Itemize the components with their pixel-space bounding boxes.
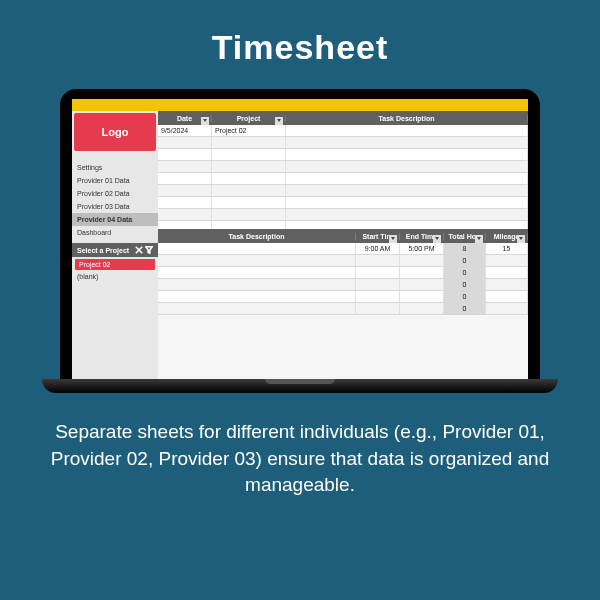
cell-project[interactable] — [212, 149, 286, 160]
clear-filter-icon[interactable] — [135, 246, 143, 254]
col-end-time[interactable]: End Time — [400, 233, 444, 240]
dropdown-icon[interactable] — [433, 235, 441, 243]
table-row[interactable] — [158, 137, 528, 149]
cell-desc[interactable] — [158, 243, 356, 254]
table-row[interactable] — [158, 173, 528, 185]
cell-date[interactable] — [158, 137, 212, 148]
project-option-selected[interactable]: Project 02 — [75, 259, 155, 270]
col-start-time[interactable]: Start Tim — [356, 233, 400, 240]
cell-desc[interactable] — [158, 291, 356, 302]
col-date[interactable]: Date — [158, 115, 212, 122]
cell-start[interactable] — [356, 303, 400, 314]
cell-desc[interactable] — [286, 209, 528, 220]
cell-project[interactable] — [212, 173, 286, 184]
sidebar-item-settings[interactable]: Settings — [72, 161, 158, 174]
cell-project[interactable] — [212, 209, 286, 220]
cell-hours[interactable]: 0 — [444, 291, 486, 302]
cell-start[interactable] — [356, 291, 400, 302]
cell-desc[interactable] — [158, 279, 356, 290]
filter-icon[interactable] — [145, 246, 153, 254]
cell-end[interactable] — [400, 303, 444, 314]
sidebar-item-provider-01-data[interactable]: Provider 01 Data — [72, 174, 158, 187]
table-row[interactable] — [158, 209, 528, 221]
cell-desc[interactable] — [158, 303, 356, 314]
dropdown-icon[interactable] — [389, 235, 397, 243]
cell-end[interactable] — [400, 279, 444, 290]
table-row[interactable] — [158, 185, 528, 197]
cell-desc[interactable] — [286, 149, 528, 160]
cell-project[interactable] — [212, 221, 286, 229]
project-filter-label: Select a Project — [77, 247, 129, 254]
dropdown-icon[interactable] — [475, 235, 483, 243]
sidebar-item-provider-02-data[interactable]: Provider 02 Data — [72, 187, 158, 200]
cell-project[interactable] — [212, 197, 286, 208]
table-row[interactable] — [158, 149, 528, 161]
cell-start[interactable] — [356, 279, 400, 290]
col-task-description[interactable]: Task Description — [286, 115, 528, 122]
sidebar-item-provider-04-data[interactable]: Provider 04 Data — [72, 213, 158, 226]
col-task-description-2[interactable]: Task Description — [158, 233, 356, 240]
cell-end[interactable] — [400, 291, 444, 302]
cell-miles[interactable] — [486, 267, 528, 278]
cell-project[interactable] — [212, 161, 286, 172]
cell-end[interactable] — [400, 255, 444, 266]
cell-start[interactable] — [356, 267, 400, 278]
cell-miles[interactable] — [486, 279, 528, 290]
cell-miles[interactable] — [486, 303, 528, 314]
cell-hours[interactable]: 8 — [444, 243, 486, 254]
col-mileage[interactable]: Mileage — [486, 233, 528, 240]
cell-hours[interactable]: 0 — [444, 255, 486, 266]
cell-desc[interactable] — [286, 137, 528, 148]
cell-desc[interactable] — [286, 185, 528, 196]
cell-date[interactable] — [158, 161, 212, 172]
cell-miles[interactable] — [486, 255, 528, 266]
cell-hours[interactable]: 0 — [444, 267, 486, 278]
window-topbar — [72, 99, 528, 111]
table-row[interactable]: 0 — [158, 303, 528, 315]
sidebar: Logo SettingsProvider 01 DataProvider 02… — [72, 111, 158, 379]
cell-project[interactable]: Project 02 — [212, 125, 286, 136]
cell-date[interactable]: 9/5/2024 — [158, 125, 212, 136]
col-project[interactable]: Project — [212, 115, 286, 122]
cell-date[interactable] — [158, 173, 212, 184]
cell-date[interactable] — [158, 221, 212, 229]
cell-end[interactable] — [400, 267, 444, 278]
cell-desc[interactable] — [286, 221, 528, 229]
cell-date[interactable] — [158, 149, 212, 160]
cell-date[interactable] — [158, 185, 212, 196]
table-row[interactable]: 9/5/2024Project 02 — [158, 125, 528, 137]
sidebar-item-provider-03-data[interactable]: Provider 03 Data — [72, 200, 158, 213]
cell-desc[interactable] — [286, 197, 528, 208]
cell-hours[interactable]: 0 — [444, 279, 486, 290]
cell-project[interactable] — [212, 185, 286, 196]
cell-desc[interactable] — [286, 125, 528, 136]
table-row[interactable] — [158, 197, 528, 209]
table-row[interactable]: 9:00 AM5:00 PM815 — [158, 243, 528, 255]
sidebar-item-dashboard[interactable]: Dashboard — [72, 226, 158, 239]
cell-project[interactable] — [212, 137, 286, 148]
dropdown-icon[interactable] — [275, 117, 283, 125]
table-row[interactable]: 0 — [158, 255, 528, 267]
dropdown-icon[interactable] — [201, 117, 209, 125]
cell-start[interactable]: 9:00 AM — [356, 243, 400, 254]
cell-desc[interactable] — [286, 161, 528, 172]
table-row[interactable]: 0 — [158, 279, 528, 291]
cell-desc[interactable] — [158, 255, 356, 266]
table-row[interactable]: 0 — [158, 291, 528, 303]
table-row[interactable] — [158, 161, 528, 173]
cell-date[interactable] — [158, 197, 212, 208]
cell-miles[interactable] — [486, 291, 528, 302]
cell-desc[interactable] — [286, 173, 528, 184]
cell-start[interactable] — [356, 255, 400, 266]
cell-date[interactable] — [158, 209, 212, 220]
cell-desc[interactable] — [158, 267, 356, 278]
col-total-hours[interactable]: Total Hou — [444, 233, 486, 240]
cell-hours[interactable]: 0 — [444, 303, 486, 314]
project-filter-header[interactable]: Select a Project — [72, 243, 158, 257]
cell-end[interactable]: 5:00 PM — [400, 243, 444, 254]
table-row[interactable]: 0 — [158, 267, 528, 279]
table-row[interactable] — [158, 221, 528, 229]
project-option-blank[interactable]: (blank) — [77, 273, 153, 280]
dropdown-icon[interactable] — [517, 235, 525, 243]
cell-miles[interactable]: 15 — [486, 243, 528, 254]
